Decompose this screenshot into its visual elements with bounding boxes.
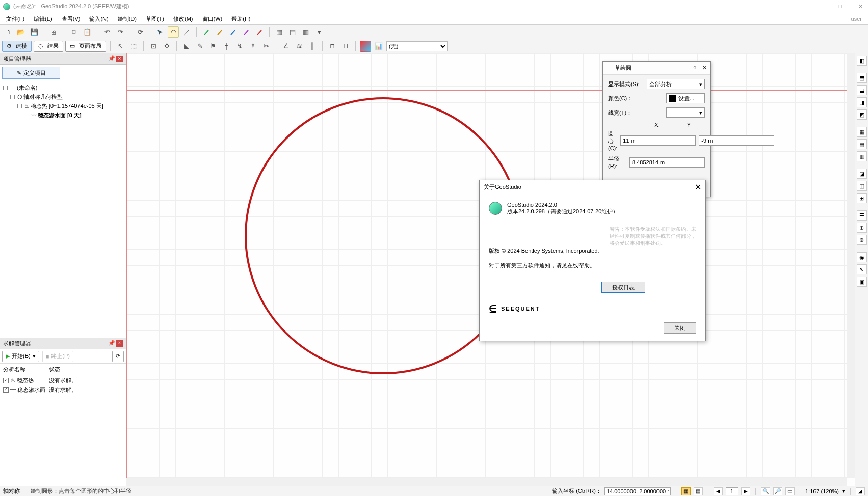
list-item[interactable]: ✓♨稳态热 没有求解。 — [3, 376, 123, 385]
solve-start-button[interactable]: ▶开始(B) ▾ — [2, 351, 39, 362]
mesh-2-icon[interactable]: ▤ — [287, 26, 298, 38]
rtool-13-icon[interactable]: ⊕ — [857, 223, 867, 233]
define-1-icon[interactable]: ◣ — [181, 41, 192, 52]
pointer-icon[interactable]: ↖ — [115, 41, 126, 52]
tool-arrow-icon[interactable] — [154, 26, 166, 38]
menu-view[interactable]: 查看(V) — [62, 15, 81, 23]
dialog-close-icon[interactable]: ✕ — [702, 65, 707, 71]
rtool-3-icon[interactable]: ⬓ — [857, 85, 867, 95]
vertical-scrollbar[interactable] — [847, 53, 855, 478]
page-next-icon[interactable]: ▶ — [741, 487, 750, 495]
menu-sketch[interactable]: 草图(T) — [146, 15, 164, 23]
mesh-3-icon[interactable]: ▥ — [300, 26, 311, 38]
bc-2-icon[interactable] — [214, 26, 225, 38]
zoom-out-icon[interactable]: 🔍 — [761, 487, 770, 495]
snap-obj-icon[interactable]: ▤ — [694, 487, 703, 495]
zoom-window-icon[interactable]: ⊡ — [148, 41, 159, 52]
undo-icon[interactable]: ↶ — [101, 26, 113, 38]
define-k1-icon[interactable]: ǂ — [221, 41, 232, 52]
tab-result[interactable]: ◌结果 — [34, 41, 63, 52]
menu-draw[interactable]: 绘制(D) — [118, 15, 137, 23]
menu-input[interactable]: 输入(N) — [89, 15, 108, 23]
define-project-button[interactable]: ✎ 定义项目 — [2, 67, 60, 79]
rtool-14-icon[interactable]: ⊗ — [857, 235, 867, 245]
new-icon[interactable]: 🗋 — [2, 26, 13, 38]
mesh-more-icon[interactable]: ▾ — [313, 26, 325, 38]
tool-region-icon[interactable]: ◠ — [168, 26, 179, 38]
license-log-button[interactable]: 授权日志 — [601, 282, 645, 293]
define-pen-icon[interactable]: ✎ — [194, 41, 205, 52]
rtool-7-icon[interactable]: ▤ — [857, 139, 867, 149]
solve-stop-button[interactable]: ■终止(P) — [42, 351, 73, 362]
graph-icon[interactable]: 📊 — [373, 41, 384, 52]
rtool-9-icon[interactable]: ◪ — [857, 169, 867, 179]
zoom-fit-icon[interactable]: ▭ — [785, 487, 795, 495]
menu-help[interactable]: 帮助(H) — [231, 15, 250, 23]
rtool-4-icon[interactable]: ◨ — [857, 97, 867, 107]
close-button[interactable]: ✕ — [856, 3, 865, 10]
save-icon[interactable]: 💾 — [29, 26, 40, 38]
bc-3-icon[interactable] — [227, 26, 239, 38]
refresh-icon[interactable]: ⟳ — [135, 26, 146, 38]
close-icon[interactable]: × — [116, 56, 123, 62]
menu-modify[interactable]: 修改(M) — [173, 15, 193, 23]
define-flag-icon[interactable]: ⚑ — [207, 41, 219, 52]
mesh-1-icon[interactable]: ▦ — [274, 26, 285, 38]
contour-icon[interactable] — [360, 41, 371, 52]
rtool-2-icon[interactable]: ⬒ — [857, 73, 867, 83]
line-width-select[interactable]: ▾ — [666, 107, 705, 118]
center-x-input[interactable] — [620, 135, 696, 146]
redo-icon[interactable]: ↷ — [115, 26, 126, 38]
rtool-1-icon[interactable]: ◧ — [857, 56, 867, 66]
page-input[interactable] — [726, 487, 738, 495]
about-close-icon[interactable]: ✕ — [695, 182, 701, 192]
project-tree[interactable]: −(未命名) −⬡轴对称几何模型 −♨稳态热 [0~1.1574074e-05 … — [0, 81, 126, 122]
open-icon[interactable]: 📂 — [15, 26, 27, 38]
bc-4-icon[interactable] — [241, 26, 252, 38]
rtool-11-icon[interactable]: ⊞ — [857, 193, 867, 203]
bc-1-icon[interactable] — [201, 26, 212, 38]
rtool-8-icon[interactable]: ▥ — [857, 151, 867, 161]
zoom-dropdown-icon[interactable]: ▾ — [842, 488, 845, 494]
maximize-button[interactable]: □ — [835, 3, 845, 10]
horizontal-scrollbar[interactable] — [126, 478, 847, 486]
select-icon[interactable]: ⬚ — [128, 41, 139, 52]
snap-grid-icon[interactable]: ▦ — [681, 487, 691, 495]
about-dialog[interactable]: 关于GeoStudio ✕ GeoStudio 2024.2.0 版本24.2.… — [479, 180, 706, 341]
color-button[interactable]: 设置... — [666, 93, 705, 103]
l1-icon[interactable]: ∠ — [280, 41, 292, 52]
sketch-circle-dialog[interactable]: 草绘圆 ? ✕ 显示模式(S): 全部分析▾ 颜色(C)： 设置... 线宽(T… — [602, 61, 711, 197]
rtool-17-icon[interactable]: ▣ — [857, 277, 867, 287]
corner-icon[interactable]: ◢ — [856, 487, 865, 495]
pin-icon[interactable]: 📌 — [108, 340, 115, 347]
menu-edit[interactable]: 编辑(E) — [34, 15, 52, 23]
copy-icon[interactable]: ⧉ — [68, 26, 80, 38]
about-close-button[interactable]: 关闭 — [664, 322, 696, 334]
pan-icon[interactable]: ✥ — [161, 41, 172, 52]
menu-file[interactable]: 文件(F) — [6, 15, 24, 23]
rtool-16-icon[interactable]: ∿ — [857, 264, 867, 274]
rtool-6-icon[interactable]: ▦ — [857, 127, 867, 137]
pin-icon[interactable]: 📌 — [108, 56, 115, 62]
minimize-button[interactable]: — — [815, 3, 824, 10]
center-y-input[interactable] — [699, 135, 774, 146]
print-icon[interactable]: 🖨 — [48, 26, 60, 38]
radius-input[interactable] — [629, 157, 705, 168]
l3-icon[interactable]: ║ — [307, 41, 318, 52]
tool-line-icon[interactable]: ／ — [181, 26, 192, 38]
display-mode-select[interactable]: 全部分析▾ — [647, 79, 705, 89]
define-k3-icon[interactable]: ⇞ — [247, 41, 258, 52]
tab-model[interactable]: ⚙建模 — [2, 41, 32, 52]
define-k2-icon[interactable]: ↯ — [234, 41, 245, 52]
bc-5-icon[interactable] — [254, 26, 265, 38]
tab-layout[interactable]: ▭页面布局 — [65, 41, 106, 52]
list-item[interactable]: ✓〰稳态渗水面 没有求解。 — [3, 385, 123, 394]
help-icon[interactable]: ? — [693, 65, 696, 71]
l2-icon[interactable]: ≋ — [294, 41, 305, 52]
rtool-10-icon[interactable]: ◫ — [857, 181, 867, 191]
p1-icon[interactable]: ⊓ — [327, 41, 338, 52]
define-cut-icon[interactable]: ✂ — [260, 41, 272, 52]
menu-window[interactable]: 窗口(W) — [202, 15, 223, 23]
rtool-5-icon[interactable]: ◩ — [857, 109, 867, 120]
paste-icon[interactable]: 📋 — [82, 26, 93, 38]
